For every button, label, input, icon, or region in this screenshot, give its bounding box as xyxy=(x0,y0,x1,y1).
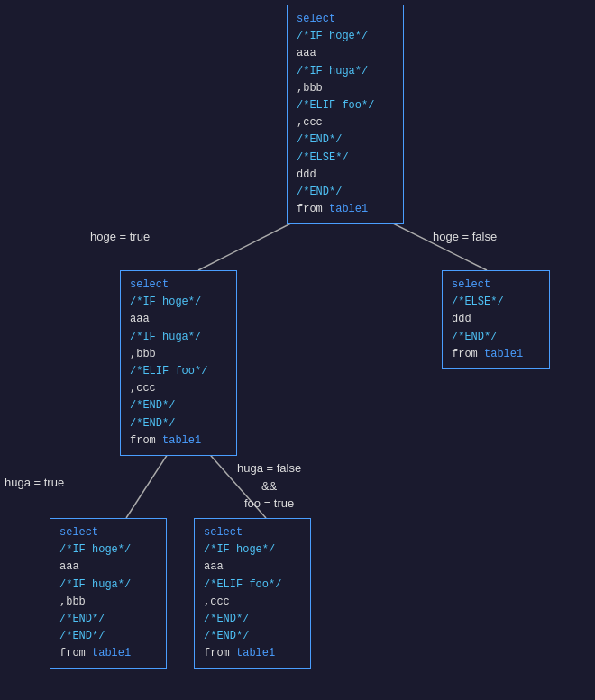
root-line-2: /*IF hoge*/ xyxy=(297,28,394,45)
ml-line-9: /*END*/ xyxy=(130,415,227,432)
label-hoge-true: hoge = true xyxy=(90,230,150,243)
bl-line-1: select xyxy=(60,524,157,541)
br-line-5: ,ccc xyxy=(204,594,301,611)
label-huga-false-foo-true: huga = false&&foo = true xyxy=(237,459,301,513)
label-hoge-false: hoge = false xyxy=(433,230,497,243)
mr-line-2: /*ELSE*/ xyxy=(452,294,540,311)
ml-line-7: ,ccc xyxy=(130,380,227,397)
root-line-3: aaa xyxy=(297,45,394,62)
root-line-8: /*END*/ xyxy=(297,132,394,149)
bl-line-3: aaa xyxy=(60,559,157,576)
root-line-11: /*END*/ xyxy=(297,184,394,201)
br-line-6: /*END*/ xyxy=(204,611,301,628)
br-line-1: select xyxy=(204,524,301,541)
root-line-9: /*ELSE*/ xyxy=(297,150,394,167)
label-huga-true: huga = true xyxy=(5,476,64,489)
root-line-5: ,bbb xyxy=(297,80,394,97)
root-line-6: /*ELIF foo*/ xyxy=(297,97,394,114)
mid-left-box: select /*IF hoge*/ aaa /*IF huga*/ ,bbb … xyxy=(120,270,237,456)
ml-line-4: /*IF huga*/ xyxy=(130,329,227,346)
ml-line-3: aaa xyxy=(130,311,227,328)
ml-line-8: /*END*/ xyxy=(130,397,227,414)
bl-line-8: from table1 xyxy=(60,645,157,662)
root-line-12: from table1 xyxy=(297,201,394,218)
ml-line-5: ,bbb xyxy=(130,346,227,363)
bl-line-7: /*END*/ xyxy=(60,628,157,645)
root-line-1: select xyxy=(297,11,394,28)
br-line-7: /*END*/ xyxy=(204,628,301,645)
ml-line-10: from table1 xyxy=(130,432,227,450)
br-line-4: /*ELIF foo*/ xyxy=(204,577,301,594)
br-line-8: from table1 xyxy=(204,645,301,662)
root-line-4: /*IF huga*/ xyxy=(297,63,394,80)
mr-line-5: from table1 xyxy=(452,346,540,363)
ml-line-1: select xyxy=(130,277,227,294)
bl-line-2: /*IF hoge*/ xyxy=(60,541,157,559)
root-box: select /*IF hoge*/ aaa /*IF huga*/ ,bbb … xyxy=(287,5,404,224)
bl-line-4: /*IF huga*/ xyxy=(60,577,157,594)
root-line-7: ,ccc xyxy=(297,114,394,132)
br-line-2: /*IF hoge*/ xyxy=(204,541,301,559)
mr-line-4: /*END*/ xyxy=(452,329,540,346)
mr-line-3: ddd xyxy=(452,311,540,328)
bot-right-box: select /*IF hoge*/ aaa /*ELIF foo*/ ,ccc… xyxy=(194,518,311,669)
mr-line-1: select xyxy=(452,277,540,294)
root-line-10: ddd xyxy=(297,167,394,184)
bot-left-box: select /*IF hoge*/ aaa /*IF huga*/ ,bbb … xyxy=(50,518,167,669)
ml-line-2: /*IF hoge*/ xyxy=(130,294,227,311)
bl-line-5: ,bbb xyxy=(60,594,157,611)
diagram: select /*IF hoge*/ aaa /*IF huga*/ ,bbb … xyxy=(0,0,595,700)
br-line-3: aaa xyxy=(204,559,301,576)
mid-right-box: select /*ELSE*/ ddd /*END*/ from table1 xyxy=(442,270,550,369)
bl-line-6: /*END*/ xyxy=(60,611,157,628)
ml-line-6: /*ELIF foo*/ xyxy=(130,363,227,380)
